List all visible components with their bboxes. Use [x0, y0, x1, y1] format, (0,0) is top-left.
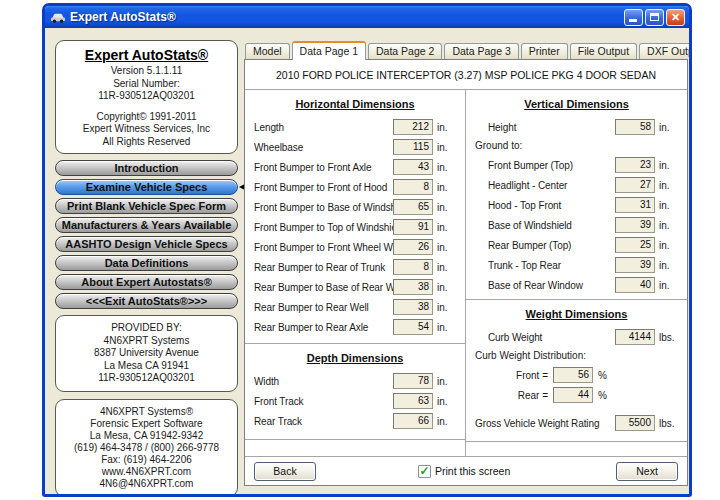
ground-rear-bumper-field[interactable]: 25: [615, 237, 655, 253]
close-button[interactable]: ✕: [666, 9, 685, 26]
print-checkbox[interactable]: ✓: [418, 465, 431, 478]
vertical-dimensions-heading: Vertical Dimensions: [466, 90, 687, 117]
provider-name: 4N6XPRT Systems: [58, 335, 235, 348]
car-app-icon: [50, 9, 66, 25]
dimension-row: Rear Bumper to Rear Axle 54 in.: [245, 317, 465, 337]
rb-rear-well-field[interactable]: 38: [393, 299, 433, 315]
minimize-button[interactable]: [624, 9, 643, 26]
dimension-label: Rear Bumper to Base of Rear Window: [254, 282, 393, 293]
front-distribution-field[interactable]: 56: [553, 367, 593, 383]
fb-front-axle-field[interactable]: 43: [393, 159, 433, 175]
fb-front-wheel-well-field[interactable]: 26: [393, 239, 433, 255]
curb-weight-distribution-label: Curb Weight Distribution:: [466, 347, 687, 365]
nav-print-blank-form[interactable]: Print Blank Vehicle Spec Form: [55, 198, 238, 214]
dimension-label: Front Track: [254, 396, 393, 407]
front-track-field[interactable]: 63: [393, 393, 433, 409]
desktop: Expert AutoStats® ✕ Expert AutoStats® Ve…: [0, 0, 720, 500]
ground-base-rear-window-field[interactable]: 40: [615, 277, 655, 293]
dimension-unit: in.: [659, 260, 680, 271]
dimension-unit: in.: [659, 122, 680, 133]
tab-data-page-2[interactable]: Data Page 2: [368, 43, 442, 59]
dimension-label: Rear Bumper to Rear Axle: [254, 322, 393, 333]
contact-tagline: Forensic Expert Software: [58, 418, 235, 430]
dimension-label: Base of Rear Window: [488, 280, 615, 291]
nav-data-definitions[interactable]: Data Definitions: [55, 255, 238, 271]
dimension-unit: in.: [437, 202, 458, 213]
version-text: Version 5.1.1.11: [59, 65, 234, 78]
dimension-unit: in.: [437, 416, 458, 427]
next-button[interactable]: Next: [616, 462, 678, 481]
ground-front-bumper-field[interactable]: 23: [615, 157, 655, 173]
contact-city: La Mesa, CA 91942-9342: [58, 430, 235, 442]
width-field[interactable]: 78: [393, 373, 433, 389]
rear-track-field[interactable]: 66: [393, 413, 433, 429]
nav-manufacturers-years[interactable]: Manufacturers & Years Available: [55, 217, 238, 233]
ground-to-label: Ground to:: [466, 137, 687, 155]
provider-city: La Mesa CA 91941: [58, 360, 235, 373]
dimension-label: Front Bumper to Front Wheel Well: [254, 242, 393, 253]
depth-dimensions-section: Depth Dimensions Width 78 in. Front Trac…: [245, 343, 465, 440]
provider-serial: 11R-930512AQ03201: [58, 372, 235, 385]
nav-examine-label: Examine Vehicle Specs: [86, 181, 208, 193]
wheelbase-field[interactable]: 115: [393, 139, 433, 155]
nav-exit[interactable]: <<<Exit AutoStats®>>>: [55, 293, 238, 309]
tab-data-page-1[interactable]: Data Page 1: [292, 41, 366, 60]
dimension-label: Rear Bumper (Top): [488, 240, 615, 251]
nav-introduction[interactable]: Introduction: [55, 160, 238, 176]
ground-trunk-field[interactable]: 39: [615, 257, 655, 273]
tab-file-output[interactable]: File Output: [570, 43, 637, 59]
dimension-label: Width: [254, 376, 393, 387]
dimension-unit: in.: [659, 200, 680, 211]
back-button[interactable]: Back: [254, 462, 316, 481]
print-this-screen-option[interactable]: ✓ Print this screen: [418, 465, 510, 478]
fb-top-windshield-field[interactable]: 91: [393, 219, 433, 235]
tab-data-page-3[interactable]: Data Page 3: [444, 43, 518, 59]
minimize-icon: [629, 19, 637, 22]
dimension-row: Front Bumper to Front of Hood 8 in.: [245, 177, 465, 197]
dimension-label: Length: [254, 122, 393, 133]
sidebar: Expert AutoStats® Version 5.1.1.11 Seria…: [55, 40, 238, 497]
nav-examine-vehicle-specs[interactable]: Examine Vehicle Specs: [55, 179, 238, 195]
rear-distribution-field[interactable]: 44: [553, 387, 593, 403]
data-page-1-panel: 2010 FORD POLICE INTERCEPTOR (3.27) MSP …: [244, 59, 688, 486]
gvwr-field[interactable]: 5500: [615, 415, 655, 431]
dimension-label: Trunk - Top Rear: [488, 260, 615, 271]
dimension-unit: in.: [659, 180, 680, 191]
height-field[interactable]: 58: [615, 119, 655, 135]
ground-base-windshield-field[interactable]: 39: [615, 217, 655, 233]
tab-dxf-output[interactable]: DXF Output: [639, 43, 692, 59]
nav-aashto-specs[interactable]: AASHTO Design Vehicle Specs: [55, 236, 238, 252]
dimension-row: Hood - Top Front 31 in.: [466, 195, 687, 215]
tab-printer[interactable]: Printer: [521, 43, 568, 59]
ground-hood-field[interactable]: 31: [615, 197, 655, 213]
contact-fax: Fax: (619) 464-2206: [58, 454, 235, 466]
contact-box: 4N6XPRT Systems® Forensic Expert Softwar…: [55, 399, 238, 497]
maximize-button[interactable]: [645, 9, 664, 26]
right-column: Vertical Dimensions Height 58 in. Ground…: [466, 90, 687, 456]
dimension-row: Front Bumper (Top) 23 in.: [466, 155, 687, 175]
fb-front-hood-field[interactable]: 8: [393, 179, 433, 195]
dimension-unit: in.: [659, 160, 680, 171]
dimension-unit: in.: [659, 280, 680, 291]
dimension-row: Rear Bumper to Base of Rear Window 38 in…: [245, 277, 465, 297]
dimension-label: Hood - Top Front: [488, 200, 615, 211]
tab-model[interactable]: Model: [245, 43, 290, 59]
contact-website: www.4N6XPRT.com: [58, 466, 235, 478]
depth-dimensions-heading: Depth Dimensions: [245, 344, 465, 371]
fb-base-windshield-field[interactable]: 65: [393, 199, 433, 215]
dimension-row: Gross Vehicle Weight Rating 5500 lbs.: [466, 413, 687, 433]
dimension-row: Front Bumper to Base of Windshield 65 in…: [245, 197, 465, 217]
dimension-row: Curb Weight 4144 lbs.: [466, 327, 687, 347]
rb-rear-axle-field[interactable]: 54: [393, 319, 433, 335]
ground-headlight-field[interactable]: 27: [615, 177, 655, 193]
vehicle-title: 2010 FORD POLICE INTERCEPTOR (3.27) MSP …: [245, 60, 687, 90]
dimension-unit: in.: [437, 282, 458, 293]
nav-about[interactable]: About Expert Autostats®: [55, 274, 238, 290]
rb-base-rear-window-field[interactable]: 38: [393, 279, 433, 295]
tab-bar: Model Data Page 1 Data Page 2 Data Page …: [244, 40, 688, 59]
length-field[interactable]: 212: [393, 119, 433, 135]
dimension-label: Wheelbase: [254, 142, 393, 153]
dimension-label: Rear Bumper to Rear of Trunk: [254, 262, 393, 273]
rb-rear-trunk-field[interactable]: 8: [393, 259, 433, 275]
curb-weight-field[interactable]: 4144: [615, 329, 655, 345]
